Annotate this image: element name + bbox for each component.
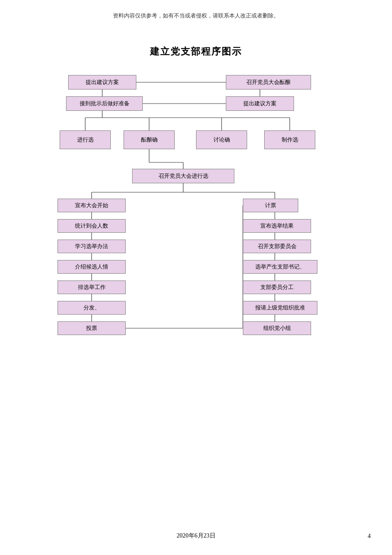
diagram-area: 提出建议方案召开党员大会酝酿接到批示后做好准备提出建议方案进行选酝酿确讨论确制作… bbox=[34, 75, 358, 382]
flowchart-box-b5: 进行选 bbox=[60, 130, 111, 149]
flowchart-box-b13: 宣布选举结果 bbox=[243, 219, 311, 233]
flowchart-box-b3: 接到批示后做好准备 bbox=[66, 96, 143, 111]
top-notice: 资料内容仅供参考，如有不当或者侵权，请联系本人改正或者删除。 bbox=[0, 0, 392, 20]
flowchart-box-b9: 召开党员大会进行选 bbox=[132, 169, 234, 183]
flowchart-box-b20: 分发、 bbox=[58, 301, 126, 315]
page: 资料内容仅供参考，如有不当或者侵权，请联系本人改正或者删除。 建立党支部程序图示 bbox=[0, 0, 392, 555]
flowchart-box-b18: 排选举工作 bbox=[58, 280, 126, 294]
flowchart-box-b21: 报请上级党组织批准 bbox=[243, 301, 317, 315]
flowchart-box-b19: 支部委员分工 bbox=[243, 280, 311, 294]
flowchart-box-b1: 提出建议方案 bbox=[68, 75, 136, 90]
flowchart-box-b15: 召开支部委员会 bbox=[243, 240, 311, 253]
flowchart-box-b8: 制作选 bbox=[264, 130, 315, 149]
flowchart-box-b2: 召开党员大会酝酿 bbox=[226, 75, 311, 90]
main-title: 建立党支部程序图示 bbox=[0, 45, 392, 58]
flowchart-box-b22: 投票 bbox=[58, 321, 126, 335]
flowchart-box-b7: 讨论确 bbox=[196, 130, 247, 149]
flowchart-box-b11: 计票 bbox=[243, 199, 298, 212]
flowchart-box-b23: 组织党小组 bbox=[243, 321, 311, 335]
footer-date: 2020年6月23日 bbox=[0, 532, 392, 540]
page-number: 4 bbox=[368, 533, 371, 540]
flowchart-box-b17: 选举产生支部书记、 bbox=[243, 260, 317, 274]
flowchart-box-b16: 介绍候选人情 bbox=[58, 260, 126, 274]
flowchart-box-b14: 学习选举办法 bbox=[58, 240, 126, 253]
flowchart-box-b6: 酝酿确 bbox=[124, 130, 175, 149]
flowchart-box-b4: 提出建议方案 bbox=[226, 96, 294, 111]
flowchart-box-b10: 宣布大会开始 bbox=[58, 199, 126, 212]
flowchart-box-b12: 统计到会人数 bbox=[58, 219, 126, 233]
